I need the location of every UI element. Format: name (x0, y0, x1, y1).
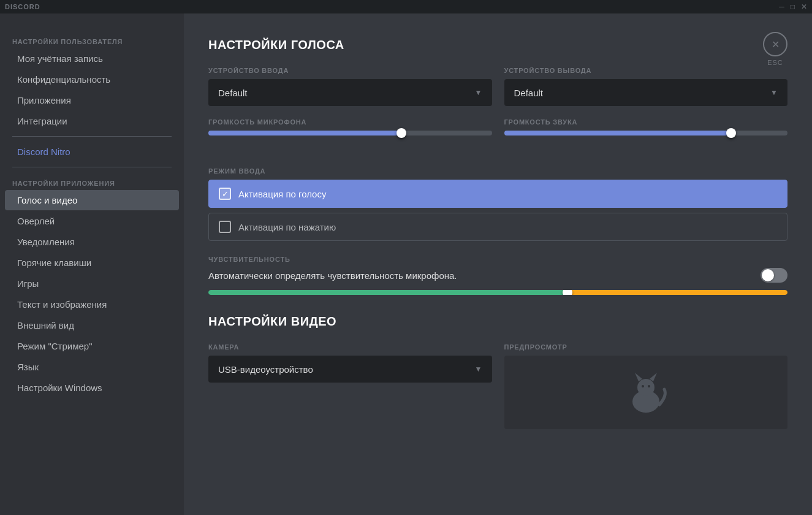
ptt-checkbox (219, 221, 231, 233)
voice-section-title: НАСТРОЙКИ ГОЛОСА (208, 38, 787, 52)
output-device-label: УСТРОЙСТВО ВЫВОДА (504, 67, 788, 74)
sound-volume-track[interactable] (504, 131, 788, 135)
output-device-col: УСТРОЙСТВО ВЫВОДА Default ▼ (504, 67, 788, 106)
toggle-thumb (762, 269, 774, 281)
svg-point-5 (648, 385, 650, 387)
svg-marker-3 (650, 373, 657, 381)
close-icon: ✕ (772, 39, 780, 50)
sidebar-item-games[interactable]: Игры (5, 273, 179, 294)
esc-button[interactable]: ✕ ESC (763, 32, 787, 66)
camera-col: КАМЕРА USB-видеоустройство ▼ (208, 343, 492, 429)
sidebar-item-apps[interactable]: Приложения (5, 90, 179, 110)
sidebar-item-language[interactable]: Язык (5, 357, 179, 377)
app-body: НАСТРОЙКИ ПОЛЬЗОВАТЕЛЯ Моя учётная запис… (0, 13, 812, 515)
mic-volume-fill (208, 131, 401, 135)
window-controls: ─ □ ✕ (779, 2, 807, 11)
esc-circle: ✕ (763, 32, 787, 56)
video-preview (504, 356, 788, 429)
mic-volume-track[interactable] (208, 131, 492, 135)
sidebar-item-streamer[interactable]: Режим "Стример" (5, 336, 179, 356)
sidebar-item-voice[interactable]: Голос и видео (5, 190, 179, 210)
close-button[interactable]: ✕ (801, 2, 807, 11)
input-device-col: УСТРОЙСТВО ВВОДА Default ▼ (208, 67, 492, 106)
sidebar-item-privacy[interactable]: Конфиденциальность (5, 69, 179, 90)
sidebar-item-windows[interactable]: Настройки Windows (5, 378, 179, 398)
output-device-dropdown[interactable]: Default ▼ (504, 79, 788, 106)
input-device-dropdown[interactable]: Default ▼ (208, 79, 492, 106)
sensitivity-track[interactable] (208, 290, 787, 295)
video-row: КАМЕРА USB-видеоустройство ▼ ПРЕДПРОСМОТ… (208, 343, 787, 429)
sensitivity-toggle[interactable] (761, 268, 787, 283)
volume-row: ГРОМКОСТЬ МИКРОФОНА ГРОМКОСТЬ ЗВУКА (208, 118, 787, 155)
voice-activation-option[interactable]: ✓ Активация по голосу (208, 180, 787, 208)
mic-volume-container: ГРОМКОСТЬ МИКРОФОНА (208, 118, 492, 140)
sound-volume-fill (504, 131, 731, 135)
sensitivity-green (208, 290, 567, 295)
user-settings-label: НАСТРОЙКИ ПОЛЬЗОВАТЕЛЯ (0, 33, 184, 48)
preview-label: ПРЕДПРОСМОТР (504, 343, 788, 351)
video-section: НАСТРОЙКИ ВИДЕО КАМЕРА USB-видеоустройст… (208, 315, 787, 429)
input-mode-label: РЕЖИМ ВВОДА (208, 167, 787, 175)
sidebar-divider-2 (12, 167, 172, 167)
maximize-button[interactable]: □ (791, 2, 795, 11)
sensitivity-auto-label: Автоматически определять чувствительност… (208, 270, 457, 281)
sensitivity-thumb[interactable] (563, 290, 572, 295)
cat-silhouette (621, 368, 670, 417)
sidebar-item-notifications[interactable]: Уведомления (5, 232, 179, 252)
sound-volume-thumb[interactable] (726, 128, 736, 138)
app-title: DISCORD (5, 3, 40, 10)
camera-dropdown[interactable]: USB-видеоустройство ▼ (208, 356, 492, 383)
sensitivity-label: ЧУВСТВИТЕЛЬНОСТЬ (208, 256, 787, 263)
mic-volume-label: ГРОМКОСТЬ МИКРОФОНА (208, 118, 492, 126)
dropdown-arrow-input: ▼ (475, 88, 482, 97)
device-row: УСТРОЙСТВО ВВОДА Default ▼ УСТРОЙСТВО ВЫ… (208, 67, 787, 106)
content-area: ✕ ESC НАСТРОЙКИ ГОЛОСА УСТРОЙСТВО ВВОДА … (184, 13, 812, 515)
voice-checkbox: ✓ (219, 188, 231, 200)
sensitivity-slider-wrapper (208, 290, 787, 295)
preview-col: ПРЕДПРОСМОТР (504, 343, 788, 429)
svg-point-1 (637, 379, 655, 396)
sidebar-item-nitro[interactable]: Discord Nitro (5, 142, 179, 162)
sensitivity-yellow (567, 290, 787, 295)
sidebar-item-integrations[interactable]: Интеграции (5, 111, 179, 131)
svg-marker-2 (635, 373, 642, 381)
sidebar: НАСТРОЙКИ ПОЛЬЗОВАТЕЛЯ Моя учётная запис… (0, 13, 184, 515)
sound-volume-label: ГРОМКОСТЬ ЗВУКА (504, 118, 788, 126)
mic-volume-thumb[interactable] (397, 128, 406, 138)
video-section-title: НАСТРОЙКИ ВИДЕО (208, 315, 787, 329)
sound-volume-container: ГРОМКОСТЬ ЗВУКА (504, 118, 788, 140)
sensitivity-toggle-row: Автоматически определять чувствительност… (208, 268, 787, 283)
sidebar-item-appearance[interactable]: Внешний вид (5, 315, 179, 335)
sidebar-item-text[interactable]: Текст и изображения (5, 294, 179, 315)
dropdown-arrow-output: ▼ (770, 88, 778, 97)
svg-point-4 (642, 385, 644, 387)
minimize-button[interactable]: ─ (779, 2, 784, 11)
sidebar-item-keybinds[interactable]: Горячие клавиши (5, 253, 179, 273)
camera-label: КАМЕРА (208, 343, 492, 351)
sidebar-item-overlay[interactable]: Оверлей (5, 211, 179, 231)
titlebar: DISCORD ─ □ ✕ (0, 0, 812, 13)
ptt-option[interactable]: Активация по нажатию (208, 213, 787, 241)
sensitivity-container: ЧУВСТВИТЕЛЬНОСТЬ Автоматически определят… (208, 256, 787, 295)
esc-label: ESC (767, 59, 783, 66)
dropdown-arrow-camera: ▼ (475, 365, 482, 373)
sidebar-item-account[interactable]: Моя учётная запись (5, 48, 179, 69)
sidebar-divider (12, 136, 172, 137)
checkmark-icon: ✓ (222, 189, 229, 199)
app-settings-label: НАСТРОЙКИ ПРИЛОЖЕНИЯ (0, 175, 184, 189)
input-device-label: УСТРОЙСТВО ВВОДА (208, 67, 492, 74)
input-mode-container: РЕЖИМ ВВОДА ✓ Активация по голосу Актива… (208, 167, 787, 241)
